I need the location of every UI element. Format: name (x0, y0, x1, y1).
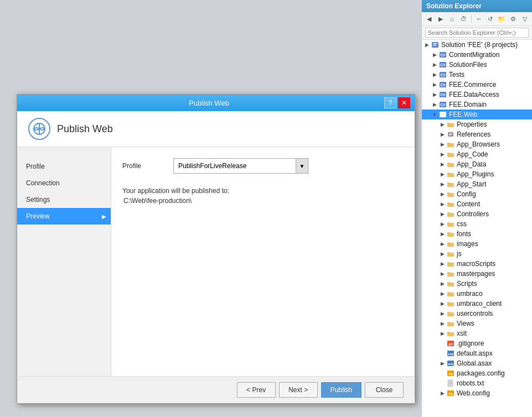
tree-item-properties[interactable]: Properties (422, 119, 532, 129)
tree-arrow-content-migration (431, 51, 438, 59)
toolbar-back-btn[interactable]: ◀ (424, 13, 435, 24)
tree-label-xslt: xslt (457, 330, 467, 337)
tree-item-web-config[interactable]: cfgWeb.config (422, 388, 532, 398)
tree-item-images[interactable]: images (422, 239, 532, 249)
dialog-title-buttons: ? ✕ (384, 97, 410, 108)
next-button[interactable]: Next > (279, 382, 318, 398)
svg-rect-31 (447, 243, 454, 247)
toolbar-home-btn[interactable]: ⌂ (447, 13, 457, 24)
tree-icon-masterpages (446, 269, 455, 278)
tree-item-js[interactable]: js (422, 249, 532, 259)
tree-item-references[interactable]: References (422, 129, 532, 139)
tree-label-fee-web: FEE.Web (449, 111, 477, 118)
tree-item-tests[interactable]: C#Tests (422, 70, 532, 80)
tree-item-masterpages[interactable]: masterpages (422, 269, 532, 279)
tree-item-packages-config[interactable]: cfgpackages.config (422, 368, 532, 378)
tree-arrow-packages-config (438, 369, 446, 377)
tree-arrow-controllers (438, 210, 446, 218)
tree-item-css[interactable]: css (422, 219, 532, 229)
tree-icon-umbraco-client (446, 299, 455, 308)
toolbar-forward-btn[interactable]: ▶ (436, 13, 446, 24)
tree-item-config[interactable]: Config (422, 189, 532, 199)
dialog-nav-settings[interactable]: Settings (17, 191, 111, 208)
tree-label-macro-scripts: macroScripts (457, 260, 495, 268)
close-button[interactable]: Close (365, 382, 404, 398)
toolbar-settings-btn[interactable]: ⚙ (508, 13, 519, 24)
tree-item-usercontrols[interactable]: usercontrols (422, 309, 532, 319)
svg-rect-34 (447, 273, 454, 277)
tree-item-global-asax[interactable]: aspGlobal.asax (422, 358, 532, 368)
tree-item-app-browsers[interactable]: App_Browsers (422, 139, 532, 149)
svg-rect-35 (447, 283, 454, 286)
solution-explorer-titlebar: Solution Explorer (422, 0, 532, 12)
toolbar-refresh-btn[interactable]: ↺ (485, 13, 495, 24)
tree-icon-app-code (446, 150, 455, 159)
tree-item-solution-files[interactable]: C#SolutionFiles (422, 60, 532, 70)
dialog-header-title: Publish Web (57, 123, 113, 135)
tree-item-default-aspx[interactable]: aspdefault.aspx (422, 348, 532, 358)
tree-item-fee-web[interactable]: C#FEE.Web (422, 110, 532, 119)
tree-label-css: css (457, 220, 467, 228)
tree-item-robots-txt[interactable]: robots.txt (422, 378, 532, 388)
toolbar-sync-btn[interactable]: ↔ (474, 13, 484, 24)
tree-item-app-data[interactable]: App_Data (422, 159, 532, 169)
toolbar-history-btn[interactable]: ⏱ (458, 13, 469, 24)
dialog-nav-preview[interactable]: Preview (17, 208, 111, 225)
tree-item-scripts[interactable]: Scripts (422, 279, 532, 289)
se-search-input[interactable] (425, 28, 529, 38)
tree-item-macro-scripts[interactable]: macroScripts (422, 259, 532, 269)
tree-item-content[interactable]: Content (422, 199, 532, 209)
tree-arrow-references (438, 131, 446, 138)
tree-item-content-migration[interactable]: C#ContentMigration (422, 50, 532, 60)
profile-dropdown-arrow[interactable]: ▼ (296, 159, 308, 173)
tree-item-fonts[interactable]: fonts (422, 229, 532, 239)
tree-icon-config (446, 190, 455, 199)
tree-arrow-default-aspx (438, 350, 446, 357)
tree-item-umbraco[interactable]: umbraco (422, 289, 532, 299)
tree-item-fee-dataaccess[interactable]: C#FEE.DataAccess (422, 90, 532, 100)
prev-button[interactable]: < Prev (237, 382, 276, 398)
tree-icon-content (446, 200, 455, 208)
tree-item-app-start[interactable]: App_Start (422, 179, 532, 189)
tree-arrow-macro-scripts (438, 260, 446, 268)
se-search-container (422, 26, 532, 40)
profile-dropdown[interactable]: PublishForLiveRelease ▼ (173, 158, 308, 174)
tree-item-fee-domain[interactable]: C#FEE.Domain (422, 100, 532, 110)
tree-item-solution[interactable]: Solution 'FEE' (8 projects) (422, 40, 532, 50)
dialog-nav-profile[interactable]: Profile (17, 158, 111, 175)
tree-item-fee-commerce[interactable]: C#FEE.Commerce (422, 80, 532, 90)
tree-icon-scripts (446, 279, 455, 288)
toolbar-newfolder-btn[interactable]: 📁 (497, 13, 507, 24)
svg-text:asp: asp (448, 352, 454, 356)
tree-icon-views (446, 319, 455, 328)
publish-button[interactable]: Publish (321, 382, 361, 398)
tree-arrow-global-asax (438, 359, 446, 367)
tree-arrow-scripts (438, 280, 446, 288)
tree-arrow-fee-commerce (431, 81, 438, 88)
tree-label-properties: Properties (457, 121, 487, 128)
svg-rect-36 (447, 293, 454, 296)
tree-item-views[interactable]: Views (422, 319, 532, 329)
tree-item-app-plugins[interactable]: App_Plugins (422, 169, 532, 179)
tree-arrow-app-plugins (438, 170, 446, 178)
tree-item-app-code[interactable]: App_Code (422, 149, 532, 159)
dialog-close-button[interactable]: ✕ (398, 97, 410, 108)
tree-item-controllers[interactable]: Controllers (422, 209, 532, 219)
toolbar-filter-btn[interactable]: ▽ (519, 13, 530, 24)
dialog-footer: < Prev Next > Publish Close (17, 376, 415, 403)
svg-rect-33 (447, 263, 454, 267)
tree-item-gitignore[interactable]: git.gitignore (422, 338, 532, 348)
tree-arrow-css (438, 220, 446, 228)
tree-label-usercontrols: usercontrols (457, 310, 493, 317)
tree-icon-fonts (446, 230, 455, 238)
dialog-help-button[interactable]: ? (384, 97, 396, 108)
tree-arrow-app-data (438, 160, 446, 168)
svg-text:C#: C# (441, 63, 446, 67)
tree-label-scripts: Scripts (457, 280, 477, 288)
dialog-nav-connection[interactable]: Connection (17, 175, 111, 191)
svg-rect-37 (447, 303, 454, 306)
se-tree: Solution 'FEE' (8 projects)C#ContentMigr… (422, 40, 532, 417)
tree-arrow-xslt (438, 330, 446, 337)
tree-item-umbraco-client[interactable]: umbraco_client (422, 299, 532, 309)
tree-item-xslt[interactable]: xslt (422, 329, 532, 338)
